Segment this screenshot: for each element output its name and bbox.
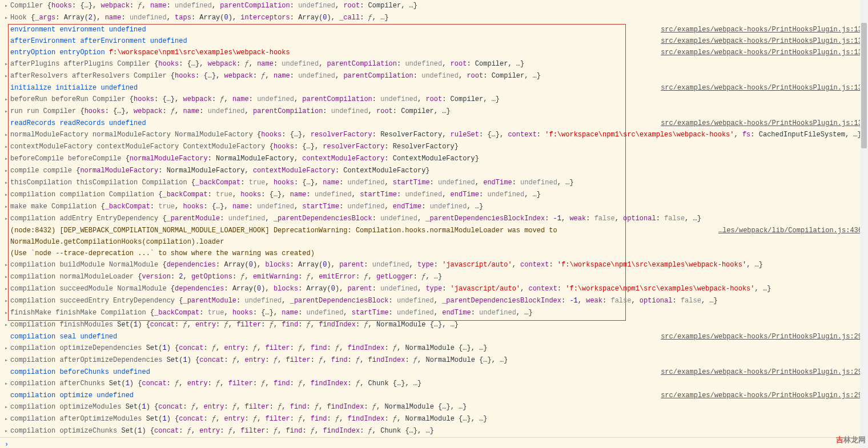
expand-icon[interactable] [5, 58, 10, 70]
console-row[interactable]: compilation afterOptimizeDependencies Se… [0, 354, 868, 366]
expand-icon[interactable] [5, 378, 10, 390]
console-row[interactable]: (node:8432) [DEP_WEBPACK_COMPILATION_NOR… [0, 225, 868, 248]
console-row[interactable]: make make Compilation {_backCompat: true… [0, 201, 868, 213]
console-message: (Use `node --trace-deprecation ...` to s… [10, 248, 866, 259]
expand-icon[interactable] [5, 201, 10, 213]
console-row[interactable]: environment environment undefinedsrc/exa… [0, 24, 868, 35]
console-row[interactable]: entryOption entryOption f:\workspace\npm… [0, 47, 868, 58]
console-row[interactable]: finishMake finishMake Compilation {_back… [0, 307, 868, 319]
console-row[interactable]: compilation finishModules Set(1) {concat… [0, 319, 868, 331]
console-message: thisCompilation thisCompilation Compilat… [10, 177, 866, 188]
source-link[interactable]: src/examples/webpack-hooks/PrintHooksPlu… [661, 390, 866, 401]
expand-icon[interactable] [5, 189, 10, 201]
console-message: compilation seal undefined [10, 331, 654, 342]
console-row[interactable]: compilation optimize undefinedsrc/exampl… [0, 390, 868, 401]
source-link[interactable]: src/examples/webpack-hooks/PrintHooksPlu… [661, 47, 866, 58]
console-message: initialize initialize undefined [10, 82, 654, 94]
expand-icon[interactable] [5, 271, 10, 283]
console-row[interactable]: compilation succeedEntry EntryDependency… [0, 295, 868, 307]
console-message: Hook {_args: Array(2), name: undefined, … [10, 12, 866, 23]
console-row[interactable]: afterEnvironment afterEnvironment undefi… [0, 35, 868, 47]
expand-icon[interactable] [5, 106, 10, 118]
console-row[interactable]: compilation optimizeModules Set(1) {conc… [0, 401, 868, 413]
console-row[interactable]: Compiler {hooks: {…}, webpack: ƒ, name: … [0, 0, 868, 12]
watermark-highlight: 吉 [836, 435, 843, 444]
console-row[interactable]: compilation addEntry EntryDependency {_p… [0, 213, 868, 225]
scrollbar-track[interactable] [860, 0, 868, 448]
console-row[interactable]: afterResolvers afterResolvers Compiler {… [0, 70, 868, 82]
console-row[interactable]: thisCompilation thisCompilation Compilat… [0, 177, 868, 189]
console-row[interactable]: afterPlugins afterPlugins Compiler {hook… [0, 58, 868, 70]
console-message: contextModuleFactory contextModuleFactor… [10, 141, 866, 152]
console-row[interactable]: compilation succeedModule NormalModule {… [0, 283, 868, 295]
console-message: Compiler {hooks: {…}, webpack: ƒ, name: … [10, 0, 866, 11]
console-message: compile compile {normalModuleFactory: No… [10, 165, 866, 176]
console-row[interactable]: compilation afterChunks Set(1) {concat: … [0, 378, 868, 390]
expand-icon[interactable] [5, 283, 10, 295]
expand-icon[interactable] [5, 401, 10, 413]
console-row[interactable]: beforeRun beforeRun Compiler {hooks: {…}… [0, 94, 868, 106]
expand-icon[interactable] [5, 12, 10, 24]
expand-icon[interactable] [5, 153, 10, 165]
expand-icon[interactable] [5, 94, 10, 106]
expand-icon[interactable] [5, 141, 10, 153]
expand-icon[interactable] [5, 342, 10, 354]
console-row[interactable]: readRecords readRecords undefinedsrc/exa… [0, 118, 868, 129]
console-message: beforeCompile beforeCompile {normalModul… [10, 153, 866, 164]
scrollbar-thumb[interactable] [861, 23, 867, 148]
console-row[interactable]: compilation optimizeDependencies Set(1) … [0, 342, 868, 354]
console-message: readRecords readRecords undefined [10, 118, 654, 129]
console-prompt[interactable] [0, 437, 868, 448]
console-row[interactable]: (Use `node --trace-deprecation ...` to s… [0, 248, 868, 259]
console-message: afterEnvironment afterEnvironment undefi… [10, 35, 654, 47]
expand-icon[interactable] [5, 129, 10, 141]
watermark-rest: 林龙网 [843, 435, 866, 444]
expand-icon[interactable] [5, 259, 10, 271]
console-message: compilation afterOptimizeModules Set(1) … [10, 413, 866, 425]
console-message: compilation addEntry EntryDependency {_p… [10, 213, 866, 224]
expand-icon[interactable] [5, 319, 10, 331]
source-link[interactable]: src/examples/webpack-hooks/PrintHooksPlu… [661, 331, 866, 342]
source-link[interactable]: src/examples/webpack-hooks/PrintHooksPlu… [661, 24, 866, 35]
source-link[interactable]: src/examples/webpack-hooks/PrintHooksPlu… [661, 35, 866, 47]
console-row[interactable]: run run Compiler {hooks: {…}, webpack: ƒ… [0, 106, 868, 118]
console-row[interactable]: compilation compilation Compilation {_ba… [0, 189, 868, 201]
expand-icon[interactable] [5, 413, 10, 425]
console-message: run run Compiler {hooks: {…}, webpack: ƒ… [10, 106, 866, 117]
console-message: beforeRun beforeRun Compiler {hooks: {…}… [10, 94, 866, 105]
source-link[interactable]: src/examples/webpack-hooks/PrintHooksPlu… [661, 118, 866, 129]
console-output: Compiler {hooks: {…}, webpack: ƒ, name: … [0, 0, 868, 448]
console-row[interactable]: compile compile {normalModuleFactory: No… [0, 165, 868, 177]
console-message: compilation compilation Compilation {_ba… [10, 189, 866, 200]
console-message: compilation afterChunks Set(1) {concat: … [10, 378, 866, 389]
expand-icon[interactable] [5, 295, 10, 307]
console-row[interactable]: Hook {_args: Array(2), name: undefined, … [0, 12, 868, 24]
source-link[interactable]: src/examples/webpack-hooks/PrintHooksPlu… [661, 82, 866, 94]
console-row[interactable]: compilation seal undefinedsrc/examples/w… [0, 331, 868, 342]
console-row[interactable]: compilation afterOptimizeModules Set(1) … [0, 413, 868, 425]
console-row[interactable]: normalModuleFactory normalModuleFactory … [0, 129, 868, 141]
console-message: compilation optimizeChunks Set(1) {conca… [10, 425, 866, 437]
console-row[interactable]: compilation buildModule NormalModule {de… [0, 259, 868, 271]
expand-icon[interactable] [5, 165, 10, 177]
console-message: compilation buildModule NormalModule {de… [10, 259, 866, 271]
expand-icon[interactable] [5, 213, 10, 225]
console-message: compilation normalModuleLoader {version:… [10, 271, 866, 282]
console-message: finishMake finishMake Compilation {_back… [10, 307, 866, 318]
expand-icon[interactable] [5, 307, 10, 319]
expand-icon[interactable] [5, 70, 10, 82]
console-row[interactable]: contextModuleFactory contextModuleFactor… [0, 141, 868, 153]
console-row[interactable]: beforeCompile beforeCompile {normalModul… [0, 153, 868, 165]
console-message: entryOption entryOption f:\workspace\npm… [10, 47, 654, 58]
console-row[interactable]: compilation optimizeChunks Set(1) {conca… [0, 425, 868, 437]
expand-icon[interactable] [5, 0, 10, 12]
expand-icon[interactable] [5, 425, 10, 437]
console-row[interactable]: compilation normalModuleLoader {version:… [0, 271, 868, 283]
source-link[interactable]: …les/webpack/lib/Compilation.js:436 [718, 225, 866, 236]
source-link[interactable]: src/examples/webpack-hooks/PrintHooksPlu… [661, 366, 866, 378]
console-row[interactable]: compilation beforeChunks undefinedsrc/ex… [0, 366, 868, 378]
expand-icon[interactable] [5, 354, 10, 366]
console-row[interactable]: initialize initialize undefinedsrc/examp… [0, 82, 868, 94]
console-message: compilation beforeChunks undefined [10, 366, 654, 378]
expand-icon[interactable] [5, 177, 10, 189]
